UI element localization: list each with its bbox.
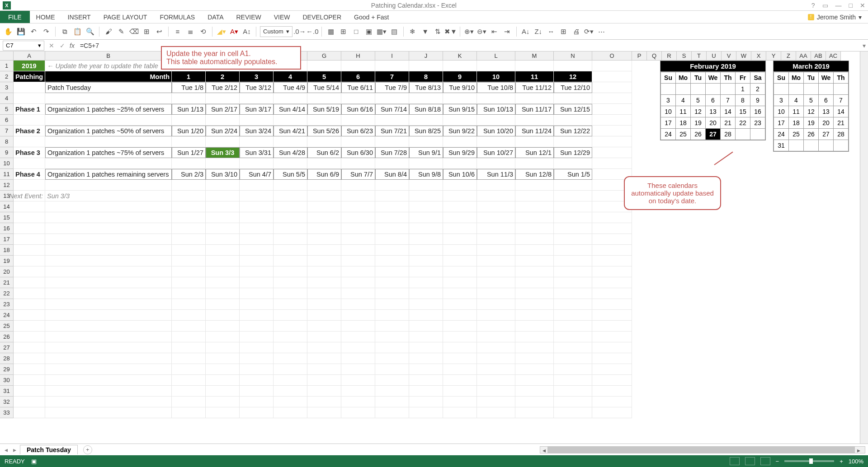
outside-borders-icon[interactable]: □	[351, 26, 362, 37]
cell[interactable]	[240, 191, 274, 201]
cell-date[interactable]: Sun 9/22	[443, 126, 477, 136]
cell[interactable]	[172, 256, 206, 266]
cell[interactable]	[477, 310, 515, 321]
cell[interactable]	[274, 397, 307, 407]
cell-month-num[interactable]: 5	[307, 71, 341, 82]
column-header[interactable]: L	[477, 51, 515, 61]
cell[interactable]	[409, 407, 443, 418]
cell[interactable]	[515, 353, 554, 364]
column-header[interactable]: U	[707, 51, 722, 61]
cell[interactable]	[443, 93, 477, 104]
cell[interactable]	[206, 266, 240, 277]
cell[interactable]	[45, 407, 172, 418]
cell[interactable]	[172, 288, 206, 299]
cell-month-num[interactable]: 2	[206, 71, 240, 82]
cell[interactable]	[592, 71, 632, 82]
row-header[interactable]: 3	[0, 82, 14, 93]
cell-date[interactable]: Sun 7/21	[375, 126, 409, 136]
cell-date[interactable]: Sun 3/10	[206, 169, 240, 180]
cell[interactable]	[477, 342, 515, 353]
column-header[interactable]: T	[692, 51, 707, 61]
cell-date[interactable]: Sun 12/22	[554, 126, 592, 136]
cell-date[interactable]: Tue 9/10	[443, 82, 477, 93]
cell[interactable]	[592, 375, 632, 386]
row-header[interactable]: 4	[0, 93, 14, 104]
cell[interactable]	[307, 191, 341, 201]
cell[interactable]	[443, 353, 477, 364]
row-header[interactable]: 33	[0, 407, 14, 418]
cell[interactable]	[274, 364, 307, 375]
cell[interactable]	[477, 191, 515, 201]
cell[interactable]	[443, 191, 477, 201]
cell[interactable]	[515, 386, 554, 397]
increase-decimal-icon[interactable]: .0→	[294, 26, 305, 37]
cell-date[interactable]: Sun 5/19	[307, 104, 341, 115]
filter-icon[interactable]: ▼	[420, 26, 431, 37]
row-header[interactable]: 24	[0, 310, 14, 321]
cell[interactable]	[409, 191, 443, 201]
cell[interactable]	[592, 288, 632, 299]
cell-date[interactable]: Tue 5/14	[307, 82, 341, 93]
cell[interactable]	[443, 223, 477, 234]
cell[interactable]	[341, 180, 375, 191]
cell-date[interactable]: Sun 6/23	[341, 126, 375, 136]
cell[interactable]	[554, 375, 592, 386]
cell[interactable]	[274, 310, 307, 321]
row-header[interactable]: 9	[0, 147, 14, 158]
cell[interactable]	[341, 61, 375, 71]
cell[interactable]	[409, 115, 443, 126]
cell[interactable]	[375, 299, 409, 310]
cell-month-num[interactable]: 9	[443, 71, 477, 82]
cell[interactable]	[307, 277, 341, 288]
font-size-icon[interactable]: A↕	[241, 26, 252, 37]
row-header[interactable]: 7	[0, 126, 14, 136]
cell[interactable]	[240, 277, 274, 288]
cell[interactable]	[592, 61, 632, 71]
touch-mode-icon[interactable]: ✋	[3, 26, 14, 37]
indent-increase-icon[interactable]: ⇥	[502, 26, 513, 37]
cell[interactable]	[206, 93, 240, 104]
cell[interactable]	[409, 332, 443, 342]
cell[interactable]	[443, 234, 477, 245]
cell-date[interactable]: Sun 10/6	[443, 169, 477, 180]
cell[interactable]	[477, 375, 515, 386]
cell[interactable]	[515, 288, 554, 299]
cell[interactable]	[554, 256, 592, 266]
cell-date[interactable]: Sun 10/27	[477, 147, 515, 158]
cell[interactable]	[172, 266, 206, 277]
cell[interactable]	[307, 212, 341, 223]
cell[interactable]	[341, 158, 375, 169]
cell[interactable]	[307, 321, 341, 332]
cell[interactable]	[14, 277, 45, 288]
cell[interactable]	[307, 310, 341, 321]
cell[interactable]	[14, 180, 45, 191]
cell[interactable]	[409, 245, 443, 256]
cell[interactable]	[515, 201, 554, 212]
cell-date[interactable]: Sun 11/3	[477, 169, 515, 180]
cell-date[interactable]: Sun 7/14	[375, 104, 409, 115]
cell[interactable]	[274, 353, 307, 364]
cell[interactable]	[515, 397, 554, 407]
cell-phase-label[interactable]: Phase 3	[14, 147, 45, 158]
cell[interactable]	[443, 288, 477, 299]
cell[interactable]	[45, 266, 172, 277]
cell-date[interactable]: Sun 10/13	[477, 104, 515, 115]
cell[interactable]	[409, 277, 443, 288]
cell[interactable]	[375, 191, 409, 201]
cell[interactable]	[515, 234, 554, 245]
cell-date[interactable]: Sun 6/30	[341, 147, 375, 158]
insert-cells-icon[interactable]: ⊕▾	[464, 26, 475, 37]
cell[interactable]	[409, 353, 443, 364]
cell[interactable]	[172, 212, 206, 223]
cell[interactable]	[375, 201, 409, 212]
cell-date[interactable]: Tue 4/9	[274, 82, 307, 93]
cell[interactable]	[554, 277, 592, 288]
cell-date[interactable]: Sun 1/20	[172, 126, 206, 136]
column-header[interactable]: G	[307, 51, 341, 61]
cell[interactable]	[240, 256, 274, 266]
cell[interactable]	[307, 201, 341, 212]
cell[interactable]	[45, 212, 172, 223]
cell[interactable]	[375, 364, 409, 375]
sort-az-icon[interactable]: A↓	[520, 26, 531, 37]
cell[interactable]	[592, 212, 632, 223]
